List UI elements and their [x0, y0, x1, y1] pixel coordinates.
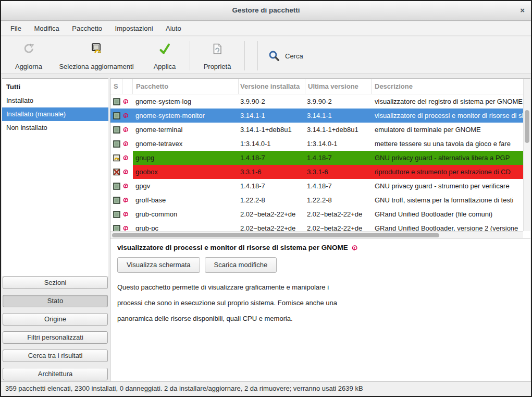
column-header-supported[interactable]: [122, 79, 133, 94]
debian-swirl-icon: [122, 151, 133, 165]
horizontal-scrollbar-thumb[interactable]: [112, 233, 439, 237]
table-row[interactable]: grub-pc 2.02~beta2-22+de 2.02~beta2-22+d…: [110, 221, 523, 231]
latest-version: 2.02~beta2-22+de: [305, 221, 372, 231]
window-title: Gestore di pacchetti: [1, 6, 531, 14]
horizontal-scrollbar[interactable]: [110, 231, 523, 238]
titlebar[interactable]: Gestore di pacchetti ×: [1, 1, 531, 21]
synaptic-window: Gestore di pacchetti × File Modifica Pac…: [0, 0, 532, 397]
table-row[interactable]: gnome-tetravex 1:3.14.0-1 1:3.14.0-1 met…: [110, 137, 523, 151]
latest-version: 2.02~beta2-22+de: [305, 207, 372, 221]
menu-modifica[interactable]: Modifica: [29, 21, 64, 35]
debian-swirl-icon: [122, 109, 133, 123]
latest-version: 1:3.14.0-1: [305, 137, 372, 151]
latest-version: 1.4.18-7: [305, 151, 372, 165]
table-row[interactable]: gpgv 1.4.18-7 1.4.18-7 GNU privacy guard…: [110, 179, 523, 193]
search-icon: [268, 50, 280, 62]
installed-version: 3.14.1-1+deb8u1: [239, 123, 305, 137]
menu-impostazioni[interactable]: Impostazioni: [110, 21, 158, 35]
sections-button[interactable]: Sezioni: [3, 276, 108, 289]
custom-filters-button[interactable]: Filtri personalizzati: [3, 331, 108, 344]
package-description: GRand Unified Bootloader, versione 2 (ve…: [372, 221, 523, 231]
vertical-scrollbar[interactable]: [523, 79, 530, 231]
package-description: visualizzatore di processi e monitor di …: [372, 109, 523, 123]
filter-item-installato[interactable]: Installato: [2, 94, 108, 107]
view-screenshot-button[interactable]: Visualizza schermata: [117, 257, 200, 273]
status-button[interactable]: Stato: [3, 295, 108, 307]
package-name: gnupg: [133, 151, 239, 165]
table-row[interactable]: gnome-system-log 3.9.90-2 3.9.90-2 visua…: [110, 94, 523, 109]
latest-version: 1.4.18-7: [305, 179, 372, 193]
refresh-button[interactable]: Aggiorna: [9, 40, 48, 71]
apply-check-icon: [158, 41, 171, 57]
installed-version: 3.9.90-2: [239, 94, 305, 109]
close-button[interactable]: ×: [520, 6, 525, 15]
column-header-status[interactable]: S: [110, 79, 122, 94]
column-header-description[interactable]: Descrizione: [372, 79, 523, 94]
description-line: processi che sono in esecuzione sul prop…: [117, 295, 530, 311]
filter-item-non-installato[interactable]: Non installato: [2, 121, 108, 135]
select-upgrades-label: Seleziona aggiornamenti: [59, 63, 133, 70]
apply-button[interactable]: Applica: [146, 40, 183, 71]
menu-pacchetto[interactable]: Pacchetto: [67, 21, 107, 35]
search-results-button[interactable]: Cerca tra i risultati: [3, 350, 108, 362]
download-changelog-button[interactable]: Scarica modifiche: [205, 257, 277, 273]
package-description: GRand Unified Bootloader (file comuni): [372, 207, 523, 221]
installed-status-icon: [110, 193, 122, 207]
menu-aiuto[interactable]: Aiuto: [160, 21, 187, 35]
installed-version: 3.14.1-1: [239, 109, 305, 123]
menubar: File Modifica Pacchetto Impostazioni Aiu…: [1, 21, 531, 36]
installed-version: 2.02~beta2-22+de: [239, 221, 305, 231]
statusbar-text: 359 pacchetti elencati, 2300 installati,…: [5, 384, 363, 392]
debian-swirl-icon: [122, 207, 133, 221]
installed-version: 1.4.18-7: [239, 179, 305, 193]
table-header: S Pacchetto Versione installata Ultima v…: [110, 79, 523, 94]
debian-swirl-icon: [122, 123, 133, 137]
details-title: visualizzatore di processi e monitor di …: [117, 244, 348, 251]
installed-version: 1.22.2-8: [239, 193, 305, 207]
properties-label: Proprietà: [204, 63, 231, 70]
debian-swirl-icon: [122, 165, 133, 179]
table-row[interactable]: goobox 3.3.1-6 3.3.1-6 riproduttore e st…: [110, 165, 523, 179]
package-description: GNU troff, sistema per la formattazione …: [372, 193, 523, 207]
package-name: goobox: [133, 165, 239, 179]
menu-file[interactable]: File: [5, 21, 27, 35]
column-header-installed-version[interactable]: Versione installata: [239, 79, 305, 94]
filter-item-installato-manuale[interactable]: Installato (manuale): [2, 107, 108, 121]
package-name: grub-pc: [133, 221, 239, 231]
latest-version: 3.14.1-1: [305, 109, 372, 123]
refresh-label: Aggiorna: [15, 63, 42, 70]
table-row[interactable]: groff-base 1.22.2-8 1.22.2-8 GNU troff, …: [110, 193, 523, 207]
architecture-button[interactable]: Architettura: [3, 368, 108, 380]
vertical-scrollbar-thumb[interactable]: [525, 110, 529, 143]
table-row[interactable]: gnome-system-monitor 3.14.1-1 3.14.1-1 v…: [110, 109, 523, 123]
description-line: panoramica delle risorse disponibili, qu…: [117, 311, 530, 327]
details-panel: visualizzatore di processi e monitor di …: [110, 238, 530, 381]
package-description: visualizzatore del registro di sistema p…: [372, 94, 523, 109]
package-name: gpgv: [133, 179, 239, 193]
table-row[interactable]: gnome-terminal 3.14.1-1+deb8u1 3.14.1-1+…: [110, 123, 523, 137]
column-header-package[interactable]: Pacchetto: [133, 79, 239, 94]
search-button[interactable]: Cerca: [264, 40, 307, 71]
latest-version: 1.22.2-8: [305, 193, 372, 207]
package-name: grub-common: [133, 207, 239, 221]
installed-status-icon: [110, 94, 122, 109]
column-header-latest-version[interactable]: Ultima versione: [305, 79, 372, 94]
installed-version: 3.3.1-6: [239, 165, 305, 179]
table-row[interactable]: grub-common 2.02~beta2-22+de 2.02~beta2-…: [110, 207, 523, 221]
toolbar-separator: [244, 41, 245, 70]
properties-button[interactable]: Proprietà: [196, 40, 238, 71]
filter-item-tutti[interactable]: Tutti: [2, 80, 108, 94]
details-description: Questo pacchetto permette di visualizzar…: [117, 280, 530, 327]
select-upgrades-button[interactable]: Seleziona aggiornamenti: [53, 40, 140, 71]
main-area: Tutti Installato Installato (manuale) No…: [1, 75, 531, 381]
description-line: Questo pacchetto permette di visualizzar…: [117, 280, 530, 295]
installed-status-icon: [110, 109, 122, 123]
filter-list: Tutti Installato Installato (manuale) No…: [2, 78, 108, 276]
package-description: emulatore di terminale per GNOME: [372, 123, 523, 137]
origin-button[interactable]: Origine: [3, 313, 108, 326]
installed-status-icon: [110, 137, 122, 151]
package-name: gnome-tetravex: [133, 137, 239, 151]
toolbar: Aggiorna Seleziona aggiornamenti Applica…: [1, 37, 531, 74]
installed-status-icon: [110, 179, 122, 193]
table-row[interactable]: gnupg 1.4.18-7 1.4.18-7 GNU privacy guar…: [110, 151, 523, 165]
